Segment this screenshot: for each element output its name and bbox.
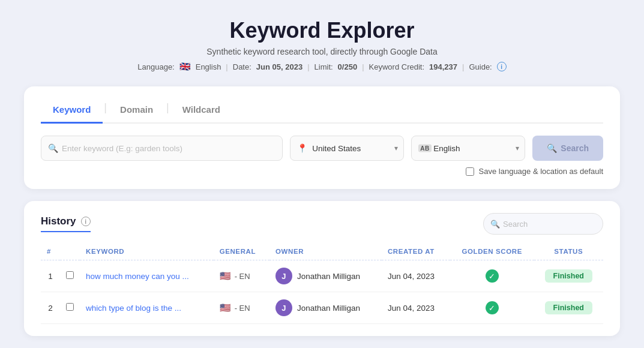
golden-score-check-icon: ✓ [486,301,499,314]
tab-bar: Keyword | Domain | Wildcard [41,100,603,124]
general-lang: - EN [235,304,250,313]
golden-score-check-icon: ✓ [486,269,499,283]
page-subtitle: Synthetic keyword research tool, directl… [24,47,620,56]
date-label: Date: [233,62,251,71]
row-owner: J Jonathan Milligan [269,260,382,292]
date-value: Jun 05, 2023 [256,62,302,71]
search-button[interactable]: 🔍 Search [532,136,603,161]
search-row: 🔍 📍 United States United Kingdom Canada … [41,136,603,161]
row-checkbox[interactable] [66,271,74,279]
credit-label: Keyword Credit: [369,62,424,71]
col-keyword: KEYWORD [80,243,214,260]
col-hash: # [41,243,60,260]
owner-avatar: J [275,268,292,284]
keyword-input-wrap: 🔍 [41,136,283,161]
history-info-icon[interactable]: i [81,217,91,226]
status-badge: Finished [545,269,592,283]
page-header: Keyword Explorer Synthetic keyword resea… [24,18,620,72]
keyword-link[interactable]: how much money can you ... [86,272,189,281]
history-search-input[interactable] [483,213,603,235]
row-general: 🇺🇸 - EN [214,260,269,292]
keyword-search-icon: 🔍 [48,143,58,153]
search-button-label: Search [561,143,589,153]
col-status: STATUS [534,243,603,260]
status-badge: Finished [545,301,592,314]
col-checkbox [60,243,80,260]
row-owner: J Jonathan Milligan [269,292,382,324]
tab-domain[interactable]: Domain [108,100,165,124]
history-table: # KEYWORD GENERAL OWNER CREATED AT GOLDE… [41,243,603,324]
save-default-checkbox[interactable] [466,167,474,176]
table-row: 2 which type of blog is the ... 🇺🇸 - EN … [41,292,603,324]
row-golden-score: ✓ [450,292,534,324]
col-owner: OWNER [269,243,382,260]
guide-label: Guide: [469,62,492,71]
row-checkbox-cell [60,260,80,292]
history-search-wrap: 🔍 [483,213,603,235]
owner-name: Jonathan Milligan [297,272,360,281]
save-default-row: Save language & location as default [41,167,603,176]
keyword-link[interactable]: which type of blog is the ... [86,304,181,313]
col-general: GENERAL [214,243,269,260]
row-checkbox[interactable] [66,303,74,311]
tab-keyword[interactable]: Keyword [41,100,103,124]
owner-avatar: J [275,299,292,316]
tab-wildcard[interactable]: Wildcard [170,100,232,124]
limit-value: 0/250 [338,62,358,71]
history-title: History [41,215,76,227]
limit-label: Limit: [314,62,333,71]
keyword-input[interactable] [41,136,283,161]
table-row: 1 how much money can you ... 🇺🇸 - EN J J… [41,260,603,292]
row-keyword: which type of blog is the ... [80,292,214,324]
general-lang: - EN [235,272,250,281]
row-general: 🇺🇸 - EN [214,292,269,324]
col-created-at: CREATED AT [382,243,450,260]
row-checkbox-cell [60,292,80,324]
search-card: Keyword | Domain | Wildcard 🔍 📍 United S… [24,86,620,189]
save-default-label[interactable]: Save language & location as default [479,167,603,176]
row-status: Finished [534,292,603,324]
row-date: Jun 04, 2023 [382,260,450,292]
language-ab-icon: AB [418,145,431,152]
history-title-wrap: History i [41,215,91,232]
language-value: English [196,62,221,71]
row-golden-score: ✓ [450,260,534,292]
language-flag: 🇬🇧 [179,61,191,72]
history-search-icon: 🔍 [490,220,500,229]
guide-info-icon[interactable]: i [497,62,507,71]
history-header: History i 🔍 [41,213,603,235]
owner-name: Jonathan Milligan [297,304,360,313]
row-num: 2 [41,292,60,324]
language-select-wrap: AB English Spanish French German ▾ [411,136,525,161]
credit-value: 194,237 [429,62,457,71]
row-keyword: how much money can you ... [80,260,214,292]
history-card: History i 🔍 # KEYWORD GENERAL OWNER CREA… [24,201,620,336]
page-title: Keyword Explorer [24,18,620,43]
row-status: Finished [534,260,603,292]
general-flag: 🇺🇸 [220,302,231,313]
row-date: Jun 04, 2023 [382,292,450,324]
row-num: 1 [41,260,60,292]
language-label: Language: [137,62,174,71]
general-flag: 🇺🇸 [220,271,231,281]
search-button-icon: 🔍 [547,143,557,153]
location-icon: 📍 [297,143,307,153]
col-golden-score: GOLDEN SCORE [450,243,534,260]
meta-bar: Language: 🇬🇧 English | Date: Jun 05, 202… [24,61,620,72]
location-select-wrap: 📍 United States United Kingdom Canada Au… [290,136,404,161]
